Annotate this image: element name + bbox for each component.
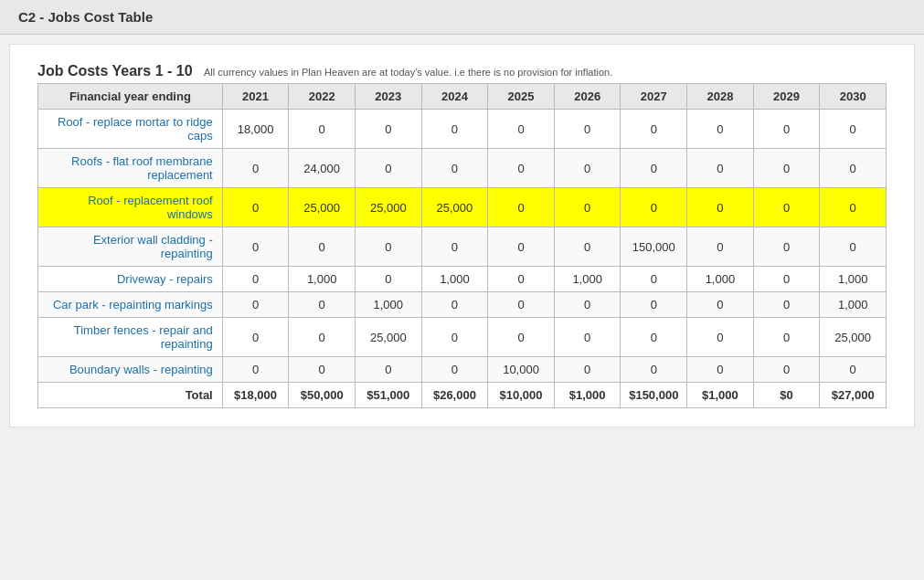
col-header-2024: 2024 <box>421 84 488 110</box>
cell-value: 1,000 <box>820 292 887 318</box>
col-header-2021: 2021 <box>222 84 289 110</box>
col-header-2027: 2027 <box>621 84 687 110</box>
cell-value: 0 <box>289 292 356 318</box>
total-cell: $26,000 <box>421 383 488 408</box>
row-label: Roof - replacement roof windows <box>38 188 223 227</box>
cell-value: 0 <box>289 110 356 149</box>
cell-value: 0 <box>554 110 621 149</box>
cell-value: 0 <box>687 227 754 267</box>
col-header-2023: 2023 <box>355 84 421 110</box>
cell-value: 1,000 <box>421 267 488 292</box>
cell-value: 0 <box>753 227 820 267</box>
cell-value: 0 <box>289 318 356 357</box>
col-header-2026: 2026 <box>554 84 621 110</box>
cell-value: 0 <box>222 318 289 357</box>
cell-value: 0 <box>554 357 621 383</box>
cell-value: 10,000 <box>488 357 555 383</box>
col-header-2029: 2029 <box>753 84 820 110</box>
cell-value: 0 <box>421 357 488 383</box>
cell-value: 0 <box>421 227 488 267</box>
cell-value: 0 <box>753 318 820 357</box>
cell-value: 0 <box>421 318 488 357</box>
row-label: Roofs - flat roof membrane replacement <box>38 149 223 188</box>
cell-value: 0 <box>222 292 289 318</box>
total-cell: $27,000 <box>820 383 887 408</box>
table-row: Exterior wall cladding - repainting00000… <box>38 227 887 267</box>
cell-value: 0 <box>753 149 820 188</box>
title-bar: C2 - Jobs Cost Table <box>0 0 924 35</box>
row-label: Roof - replace mortar to ridge caps <box>38 110 223 149</box>
col-header-2022: 2022 <box>289 84 356 110</box>
cell-value: 0 <box>753 110 820 149</box>
cell-value: 0 <box>753 357 820 383</box>
cell-value: 0 <box>421 110 488 149</box>
total-cell: $0 <box>753 383 820 408</box>
cell-value: 0 <box>222 227 289 267</box>
cell-value: 0 <box>554 318 621 357</box>
cell-value: 0 <box>621 357 687 383</box>
cell-value: 0 <box>421 292 488 318</box>
cell-value: 1,000 <box>554 267 621 292</box>
total-cell: $51,000 <box>355 383 421 408</box>
page-wrapper: C2 - Jobs Cost Table Job Costs Years 1 -… <box>0 0 924 580</box>
cell-value: 25,000 <box>355 318 421 357</box>
cell-value: 0 <box>753 188 820 227</box>
cell-value: 0 <box>488 267 555 292</box>
cell-value: 0 <box>488 318 555 357</box>
cell-value: 0 <box>355 110 421 149</box>
col-header-2030: 2030 <box>820 84 887 110</box>
cell-value: 0 <box>820 149 887 188</box>
cell-value: 0 <box>621 292 687 318</box>
cell-value: 0 <box>753 267 820 292</box>
table-row: Roof - replacement roof windows025,00025… <box>38 188 887 227</box>
page-title: C2 - Jobs Cost Table <box>18 9 153 25</box>
row-label: Timber fences - repair and repainting <box>38 318 223 357</box>
cell-value: 1,000 <box>687 267 754 292</box>
cell-value: 25,000 <box>421 188 488 227</box>
total-cell: $50,000 <box>289 383 356 408</box>
cell-value: 0 <box>222 149 289 188</box>
cell-value: 0 <box>554 227 621 267</box>
cell-value: 0 <box>355 357 421 383</box>
total-cell: $10,000 <box>488 383 555 408</box>
table-header-row: Financial year ending 2021 2022 2023 202… <box>38 84 887 110</box>
cell-value: 0 <box>621 267 687 292</box>
section-title: Job Costs Years 1 - 10 All currency valu… <box>37 63 887 79</box>
total-cell: $1,000 <box>554 383 621 408</box>
cell-value: 0 <box>289 357 356 383</box>
cell-value: 0 <box>687 188 754 227</box>
col-header-2028: 2028 <box>687 84 754 110</box>
cell-value: 0 <box>687 318 754 357</box>
row-label: Driveway - repairs <box>38 267 223 292</box>
table-row: Driveway - repairs01,00001,00001,00001,0… <box>38 267 887 292</box>
subtitle: All currency values in Plan Heaven are a… <box>204 67 612 78</box>
cell-value: 0 <box>222 357 289 383</box>
table-row: Car park - repainting markings001,000000… <box>38 292 887 318</box>
cell-value: 0 <box>421 149 488 188</box>
jobs-cost-table: Financial year ending 2021 2022 2023 202… <box>37 83 887 408</box>
cell-value: 0 <box>621 110 687 149</box>
table-row: Timber fences - repair and repainting002… <box>38 318 887 357</box>
total-cell: $1,000 <box>687 383 754 408</box>
cell-value: 0 <box>488 188 555 227</box>
cell-value: 0 <box>355 267 421 292</box>
cell-value: 25,000 <box>355 188 421 227</box>
cell-value: 0 <box>820 357 887 383</box>
cell-value: 1,000 <box>289 267 356 292</box>
cell-value: 0 <box>355 227 421 267</box>
cell-value: 0 <box>289 227 356 267</box>
col-header-2025: 2025 <box>488 84 555 110</box>
total-cell: $150,000 <box>621 383 687 408</box>
cell-value: 0 <box>621 318 687 357</box>
cell-value: 0 <box>687 292 754 318</box>
cell-value: 0 <box>488 110 555 149</box>
cell-value: 0 <box>687 110 754 149</box>
total-label: Total <box>38 383 223 408</box>
row-label: Boundary walls - repainting <box>38 357 223 383</box>
cell-value: 0 <box>820 227 887 267</box>
cell-value: 0 <box>488 227 555 267</box>
table-row: Boundary walls - repainting000010,000000… <box>38 357 887 383</box>
total-row: Total$18,000$50,000$51,000$26,000$10,000… <box>38 383 887 408</box>
cell-value: 0 <box>355 149 421 188</box>
cell-value: 0 <box>820 110 887 149</box>
